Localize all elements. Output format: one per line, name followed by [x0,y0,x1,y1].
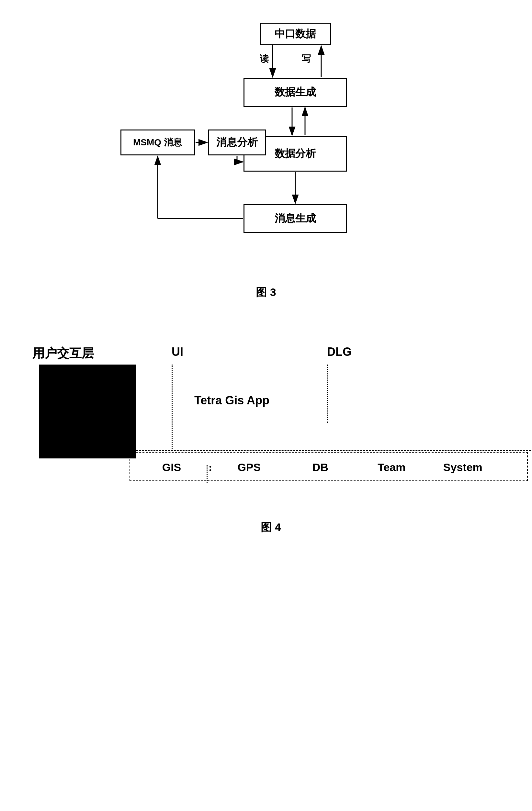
layer-label-main: 用户交互层 [32,345,94,362]
box-msmq: MSMQ 消息 [120,129,195,155]
tetra-gis-label: Tetra Gis App [194,394,269,407]
box-shuju-shengcheng: 数据生成 [243,78,347,107]
box-zhongkou: 中口数据 [260,23,331,45]
box-xiaoxi-shengcheng: 消息生成 [243,204,347,233]
box-xiaoxi-fenxi: 消息分析 [208,129,266,155]
bottom-item-team: Team [356,461,427,474]
label-xie: 写 [302,53,311,65]
diagram3: 中口数据 数据生成 数据分析 MSMQ 消息 消息分析 消息生成 读 写 [120,23,412,275]
bottom-row: GIS : GPS DB Team System [136,461,531,474]
dashed-separator [136,450,531,451]
separator-1: : [209,461,212,474]
bottom-item-system: System [427,461,498,474]
diagram4: 用户交互层 UI DLG Tetra Gis App GIS : [29,339,532,507]
figure4-caption: 图 4 [29,520,513,535]
label-dlg: DLG [327,345,352,359]
dotted-sep-gis-gps [207,465,208,483]
bottom-item-gps: GPS [213,461,285,474]
label-ui: UI [172,345,183,359]
dotted-line-ui [172,365,172,449]
label-du: 读 [260,53,269,65]
figure3-caption: 图 3 [256,285,276,300]
figure3-section: 中口数据 数据生成 数据分析 MSMQ 消息 消息分析 消息生成 读 写 图 3 [19,13,513,300]
dotted-line-dlg [327,365,328,423]
figure4-section: 用户交互层 UI DLG Tetra Gis App GIS : [19,339,513,535]
bottom-item-gis: GIS [136,461,207,474]
bottom-item-db: DB [285,461,356,474]
black-image-placeholder [39,365,136,458]
